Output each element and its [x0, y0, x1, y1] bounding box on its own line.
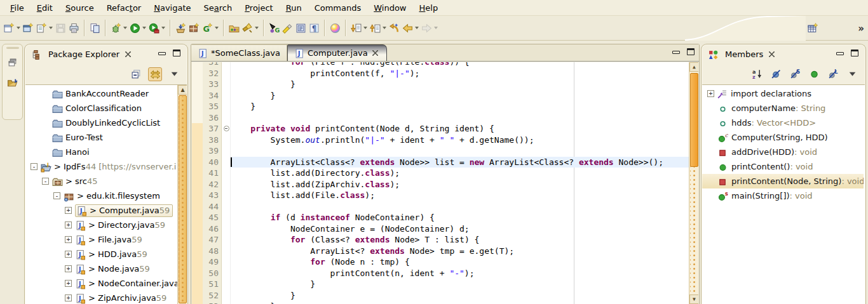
highlighter-button[interactable]	[281, 19, 294, 37]
generate-wizard-button[interactable]: G	[201, 19, 220, 37]
code-line[interactable]: }	[231, 279, 689, 290]
editor-tab[interactable]: JComputer.java	[287, 44, 387, 61]
tree-item[interactable]: +J> Computer.java 59	[25, 203, 177, 218]
chevron-down-icon[interactable]	[123, 27, 127, 29]
member-item[interactable]: addDrive(HDD) : void	[702, 145, 864, 159]
tree-item[interactable]: BankAccountReader	[25, 86, 177, 101]
sort-alpha-icon[interactable]: az	[750, 67, 764, 81]
perspective-sphere-button[interactable]	[329, 19, 342, 37]
expand-icon[interactable]: +	[65, 221, 72, 228]
close-icon[interactable]	[371, 49, 380, 58]
chevron-down-icon[interactable]	[142, 27, 146, 29]
expand-icon[interactable]: +	[65, 236, 72, 243]
chevron-down-icon[interactable]	[215, 27, 219, 29]
member-item[interactable]: computerName : String	[702, 101, 864, 116]
next-annotation-button[interactable]	[349, 19, 369, 37]
member-item[interactable]: cComputer(String, HDD)	[702, 130, 864, 145]
link-with-editor-icon[interactable]	[148, 67, 162, 81]
code-line[interactable]: printContent(f, "|-");	[231, 68, 689, 79]
chevron-down-icon[interactable]	[161, 27, 165, 29]
restore-windows-icon[interactable]	[6, 55, 20, 69]
minimize-editor-button[interactable]	[671, 48, 681, 56]
tree-item[interactable]: +J> HDD.java 59	[25, 247, 177, 261]
tree-item[interactable]: DoublyLinkedCyclicList	[25, 116, 177, 130]
search-button[interactable]	[241, 19, 260, 37]
fast-view-drag-handle[interactable]	[6, 47, 19, 49]
expand-icon[interactable]: +	[65, 251, 72, 258]
import-wizard-button[interactable]	[174, 19, 187, 37]
code-line[interactable]: }	[231, 290, 689, 301]
package-explorer-scrollbar[interactable]: ▲	[177, 85, 187, 304]
chevron-down-icon[interactable]	[434, 27, 438, 29]
minimize-view-button[interactable]	[835, 49, 844, 57]
code-line[interactable]: }	[231, 90, 689, 102]
code-line[interactable]: }	[231, 101, 689, 112]
tree-item[interactable]: +J> Node.java 59	[25, 261, 177, 276]
fold-collapse-icon[interactable]	[224, 126, 229, 131]
print-button[interactable]	[67, 19, 81, 37]
scroll-up-icon[interactable]: ▲	[689, 62, 698, 72]
code-line[interactable]: }	[231, 301, 689, 304]
code-line[interactable]: list.add(ZipArchiv.class);	[231, 179, 689, 190]
code-text[interactable]: for (File f : hdd.get(File.class)) { pri…	[231, 62, 689, 304]
chevron-down-icon[interactable]	[383, 27, 386, 29]
open-fast-view-icon[interactable]	[6, 76, 20, 89]
code-line[interactable]: ArrayList<? extends Node> tmp = e.get(T)…	[231, 246, 689, 257]
minimize-view-button[interactable]	[157, 49, 166, 57]
tree-item[interactable]: Euro-Test	[25, 130, 177, 145]
selected-tree-item[interactable]: J> Computer.java 59	[75, 204, 173, 217]
editor-tab[interactable]: J*SomeClass.java	[191, 44, 287, 61]
forward-button[interactable]	[420, 19, 439, 37]
code-line[interactable]: printContent(n, ident + "-");	[231, 268, 689, 279]
code-line[interactable]: if (d instanceof NodeContainer) {	[231, 212, 689, 223]
menu-window[interactable]: Window	[367, 1, 412, 15]
menu-search[interactable]: Search	[198, 1, 239, 15]
chevron-down-icon[interactable]	[415, 27, 419, 29]
member-item[interactable]: +import declarations	[702, 86, 864, 101]
code-line[interactable]: for (File f : hdd.get(File.class)) {	[231, 62, 689, 68]
code-line[interactable]: ArrayList<Class<? extends Node>> list = …	[231, 157, 689, 168]
tree-item[interactable]: Hanoi	[25, 145, 177, 159]
save-button[interactable]	[54, 19, 67, 37]
open-type-button[interactable]	[227, 19, 241, 37]
code-line[interactable]	[231, 145, 689, 157]
last-edit-location-button[interactable]	[388, 19, 401, 37]
new-class-wizard-button[interactable]	[35, 19, 54, 37]
maximize-view-button[interactable]	[172, 49, 181, 57]
tree-item[interactable]: +J> NodeContainer.java 59	[25, 276, 177, 291]
tree-item[interactable]: +J> ZipArchiv.java 59	[25, 291, 177, 304]
toolbar-overflow-button[interactable]: »	[858, 23, 863, 34]
run-external-button[interactable]	[147, 19, 166, 37]
back-button[interactable]	[401, 19, 420, 37]
tree-item[interactable]: -> edu.kit.filesystem	[25, 188, 177, 203]
code-line[interactable]: for (Class<? extends Node> T : list) {	[231, 234, 689, 246]
member-item[interactable]: hdds : Vector<HDD>	[702, 116, 864, 130]
expand-icon[interactable]: +	[65, 207, 72, 214]
new-package-button[interactable]	[187, 19, 201, 37]
code-line[interactable]: list.add(File.class);	[231, 190, 689, 201]
code-line[interactable]: private void printContent(Node d, String…	[231, 123, 689, 135]
close-icon[interactable]	[123, 50, 132, 59]
table-wizard-button[interactable]	[806, 20, 820, 37]
scroll-up-icon[interactable]: ▲	[178, 85, 187, 95]
new-project-button[interactable]	[22, 19, 35, 37]
run-button[interactable]	[128, 19, 147, 37]
debug-button[interactable]	[109, 19, 128, 37]
menu-navigate[interactable]: Navigate	[147, 1, 197, 15]
two-pages-button[interactable]	[88, 19, 102, 37]
expand-icon[interactable]: +	[65, 265, 72, 272]
hide-nonpublic-icon[interactable]	[807, 67, 821, 81]
tree-item[interactable]: ColorClassification	[25, 101, 177, 116]
menu-source[interactable]: Source	[59, 1, 100, 15]
code-line[interactable]: list.add(Directory.class);	[231, 168, 689, 179]
editor-scrollbar[interactable]: ▲ ▼	[689, 62, 698, 304]
tree-item[interactable]: -> src 45	[25, 174, 177, 188]
show-source-box-button[interactable]	[294, 19, 308, 37]
view-menu-icon[interactable]	[845, 67, 859, 81]
tree-item[interactable]: -J> IpdFs 44 [https://svnserver.i	[25, 159, 177, 174]
menu-commands[interactable]: Commands	[308, 1, 368, 15]
scroll-down-icon[interactable]: ▼	[689, 294, 698, 304]
collapse-icon[interactable]: -	[42, 178, 49, 185]
chevron-down-icon[interactable]	[363, 27, 367, 29]
collapse-all-icon[interactable]	[129, 67, 143, 81]
